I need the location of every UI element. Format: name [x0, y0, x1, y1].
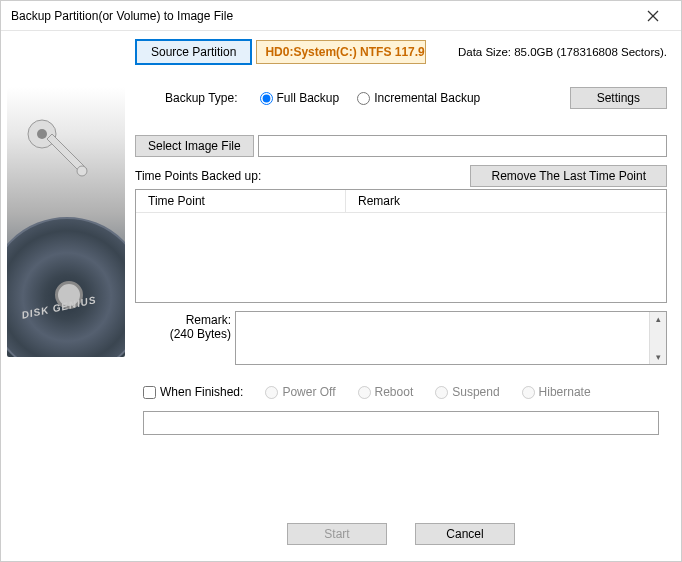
backup-type-label: Backup Type: — [165, 91, 238, 105]
remove-time-point-button[interactable]: Remove The Last Time Point — [470, 165, 667, 187]
hibernate-radio: Hibernate — [522, 385, 591, 399]
hd-info-button[interactable]: HD0:System(C:) NTFS 117.9G — [256, 40, 426, 64]
svg-point-4 — [77, 166, 87, 176]
window-title: Backup Partition(or Volume) to Image Fil… — [11, 9, 633, 23]
disk-arm-icon — [27, 119, 97, 189]
time-points-label: Time Points Backed up: — [135, 169, 261, 183]
incremental-backup-radio[interactable]: Incremental Backup — [357, 91, 480, 105]
close-button[interactable] — [633, 4, 673, 28]
disk-image: DISK GENIUS — [7, 39, 125, 357]
reboot-radio: Reboot — [358, 385, 414, 399]
remark-scrollbar[interactable]: ▴ ▾ — [649, 312, 666, 364]
col-time-point[interactable]: Time Point — [136, 190, 346, 212]
remark-label: Remark: — [135, 313, 231, 327]
svg-point-3 — [37, 129, 47, 139]
titlebar: Backup Partition(or Volume) to Image Fil… — [1, 1, 681, 31]
remark-bytes: (240 Bytes) — [135, 327, 231, 341]
data-size-label: Data Size: 85.0GB (178316808 Sectors). — [458, 46, 667, 58]
col-remark[interactable]: Remark — [346, 190, 666, 212]
sidebar: DISK GENIUS — [1, 31, 131, 561]
time-points-table: Time Point Remark — [135, 189, 667, 303]
image-file-input[interactable] — [258, 135, 667, 157]
power-off-radio: Power Off — [265, 385, 335, 399]
when-finished-checkbox[interactable]: When Finished: — [143, 385, 243, 399]
select-image-file-button[interactable]: Select Image File — [135, 135, 254, 157]
full-backup-radio[interactable]: Full Backup — [260, 91, 340, 105]
source-partition-button[interactable]: Source Partition — [135, 39, 252, 65]
scroll-down-icon[interactable]: ▾ — [656, 350, 661, 364]
remark-input[interactable] — [236, 312, 649, 364]
suspend-radio: Suspend — [435, 385, 499, 399]
close-icon — [647, 10, 659, 22]
progress-bar — [143, 411, 659, 435]
main-panel: Source Partition HD0:System(C:) NTFS 117… — [131, 31, 681, 561]
cancel-button[interactable]: Cancel — [415, 523, 515, 545]
start-button: Start — [287, 523, 387, 545]
settings-button[interactable]: Settings — [570, 87, 667, 109]
scroll-up-icon[interactable]: ▴ — [656, 312, 661, 326]
